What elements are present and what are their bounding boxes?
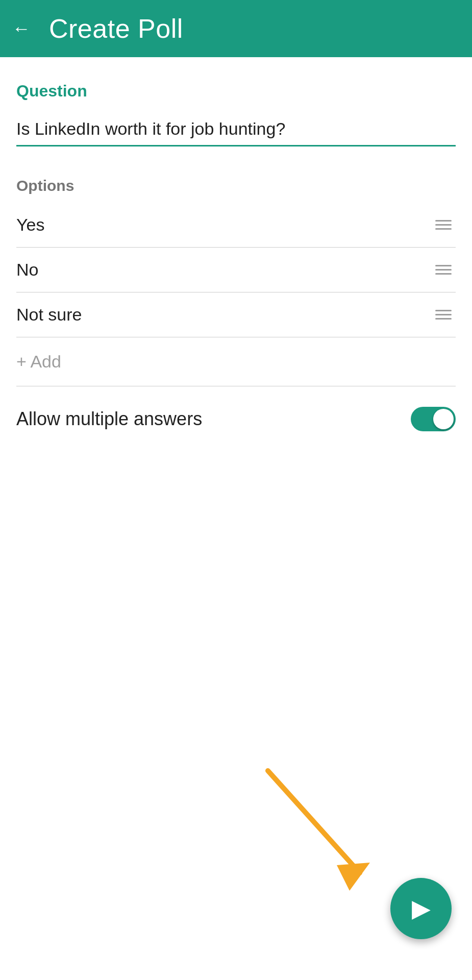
add-option-button[interactable]: + Add (16, 337, 456, 386)
send-fab-container: ▶ (390, 878, 452, 939)
phone-screen: ← Create Poll Question Options Yes No (0, 0, 472, 980)
list-item: Yes (16, 203, 456, 248)
list-item: Not sure (16, 292, 456, 337)
handle-line (435, 314, 452, 315)
send-button[interactable]: ▶ (390, 878, 452, 939)
drag-handle-2[interactable] (431, 261, 456, 279)
add-option-label: + Add (16, 352, 61, 372)
main-content: Question Options Yes No Not s (0, 57, 472, 980)
handle-line (435, 265, 452, 266)
back-icon: ← (12, 19, 31, 38)
option-text-3: Not sure (16, 305, 431, 325)
handle-line (435, 228, 452, 230)
drag-handle-3[interactable] (431, 306, 456, 324)
page-title: Create Poll (49, 13, 183, 44)
handle-line (435, 318, 452, 320)
send-icon: ▶ (412, 896, 431, 921)
handle-line (435, 269, 452, 271)
list-item: No (16, 248, 456, 292)
option-text-1: Yes (16, 215, 431, 235)
option-text-2: No (16, 260, 431, 280)
multiple-answers-toggle[interactable] (411, 407, 456, 431)
multiple-answers-row: Allow multiple answers (16, 386, 456, 442)
header-bar: ← Create Poll (0, 0, 472, 57)
multiple-answers-label: Allow multiple answers (16, 408, 411, 430)
handle-line (435, 273, 452, 275)
svg-marker-1 (337, 863, 370, 891)
handle-line (435, 310, 452, 311)
question-input-wrapper (16, 115, 456, 146)
toggle-knob (433, 409, 454, 429)
svg-line-0 (268, 771, 360, 873)
handle-line (435, 220, 452, 222)
handle-line (435, 224, 452, 226)
question-label: Question (16, 82, 456, 101)
arrow-annotation (247, 755, 390, 898)
back-button[interactable]: ← (12, 19, 31, 38)
options-label: Options (16, 177, 456, 194)
drag-handle-1[interactable] (431, 216, 456, 234)
question-input[interactable] (16, 115, 456, 146)
